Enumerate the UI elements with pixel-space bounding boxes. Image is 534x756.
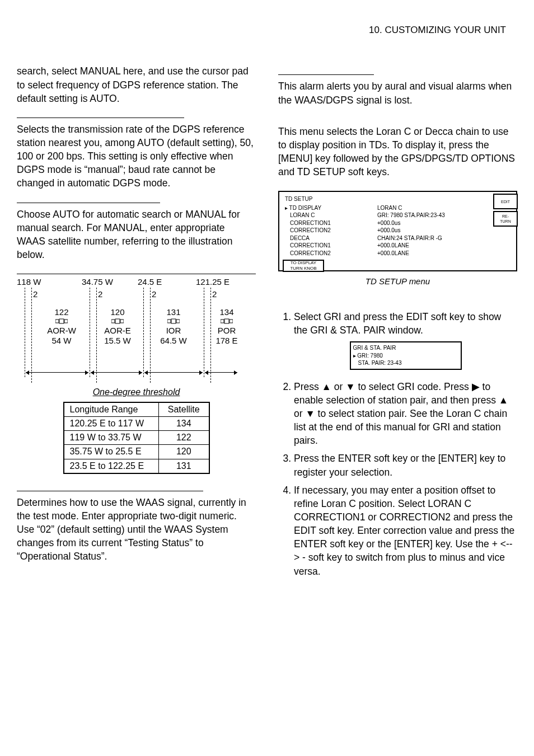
- svg-rect-2: [59, 319, 64, 323]
- svg-rect-0: [55, 320, 59, 323]
- td-row: CORRECTION2+000.0us: [285, 227, 513, 234]
- table-row: 35.75 W to 25.5 E120: [64, 445, 209, 459]
- left-column: search, select MANUAL here, and use the …: [17, 64, 256, 582]
- sat-num-2: 131: [157, 307, 190, 317]
- sat-two-2: 2: [152, 289, 156, 300]
- sat-sub-0: 54 W: [45, 336, 78, 345]
- td-setup-menu: TD SETUP ▸ TD DISPLAYLORAN C LORAN CGRI:…: [278, 191, 517, 271]
- vline-1b: [96, 288, 97, 383]
- sat-block-2: 131 IOR 64.5 W: [157, 307, 190, 345]
- para-correction: Determines how to use the WAAS signal, c…: [17, 496, 256, 564]
- vline-0b: [31, 288, 32, 383]
- table-row: 23.5 E to 122.25 E131: [64, 459, 209, 473]
- edit-softkey[interactable]: EDIT: [493, 194, 518, 209]
- step-3: Press the ENTER soft key or the [ENTER] …: [294, 452, 517, 478]
- sat-num-0: 122: [45, 307, 78, 317]
- vline-3a: [204, 288, 204, 377]
- page-header: 10. CUSTOMIZING YOUR UNIT: [17, 24, 517, 36]
- svg-rect-4: [120, 320, 124, 323]
- vline-0a: [25, 288, 25, 377]
- sat-num-1: 120: [101, 307, 134, 317]
- vline-2b: [150, 288, 151, 383]
- vline-1a: [90, 288, 90, 377]
- para-search-manual: search, select MANUAL here, and use the …: [17, 64, 256, 105]
- vline-2a: [143, 288, 144, 377]
- sep-correction: [17, 491, 203, 491]
- right-column: This alarm alerts you by aural and visua…: [278, 64, 517, 582]
- svg-rect-10: [229, 320, 233, 323]
- sat-label-3: 121.25 E: [196, 276, 229, 288]
- step-1: Select GRI and press the EDIT soft key t…: [294, 310, 517, 370]
- td-row: CORRECTION2+000.0LANE: [285, 250, 513, 257]
- sat-name-0: AOR-W: [45, 326, 78, 335]
- td-side-buttons: EDIT RE- TURN: [493, 194, 518, 227]
- sep-alarm: [278, 74, 374, 75]
- satellite-icon: [111, 318, 124, 325]
- satellite-icon: [55, 318, 68, 325]
- svg-rect-7: [176, 320, 180, 323]
- sep-baud: [17, 118, 184, 118]
- step-4: If necessary, you may enter a position o…: [294, 483, 517, 578]
- td-row: ▸ TD DISPLAYLORAN C: [285, 204, 513, 212]
- td-row: DECCACHAIN:24 STA.PAIR:R -G: [285, 234, 513, 242]
- sat-name-2: IOR: [157, 326, 190, 335]
- td-title: TD SETUP: [285, 195, 513, 203]
- svg-rect-1: [64, 320, 68, 323]
- sat-name-1: AOR-E: [101, 326, 134, 335]
- para-baud-rate: Selects the transmission rate of the DGP…: [17, 123, 256, 190]
- td-row: LORAN CGRI: 7980 STA.PAIR:23-43: [285, 212, 513, 219]
- para-alarm: This alarm alerts you by aural and visua…: [278, 79, 517, 106]
- gri-row: STA. PAIR: 23-43: [353, 359, 458, 367]
- sat-two-3: 2: [212, 289, 217, 300]
- th-satellite: Satellite: [159, 402, 209, 417]
- step-2: Press ▲ or ▼ to select GRI code. Press ▶…: [294, 380, 517, 448]
- bottom-hint: TO DISPLAY TURN KNOB: [283, 260, 324, 272]
- loran-steps: Select GRI and press the EDIT soft key t…: [278, 310, 517, 578]
- satellite-diagram: 118 W 34.75 W 24.5 E 121.25 E 2 2 2 2 12…: [17, 276, 241, 383]
- sat-sub-3: 178 E: [210, 336, 243, 345]
- sat-block-3: 134 POR 178 E: [210, 307, 243, 345]
- return-softkey[interactable]: RE- TURN: [493, 211, 518, 227]
- sat-two-1: 2: [98, 289, 102, 300]
- sep-diagram: [17, 274, 256, 274]
- sat-sub-1: 15.5 W: [101, 336, 134, 345]
- svg-rect-11: [224, 319, 229, 323]
- longitude-table: Longitude Range Satellite 120.25 E to 11…: [63, 402, 210, 473]
- satellite-icon: [221, 318, 233, 325]
- sat-label-0: 118 W: [17, 276, 41, 288]
- sat-label-1: 34.75 W: [82, 276, 113, 288]
- sat-sub-2: 64.5 W: [157, 336, 190, 345]
- th-longitude: Longitude Range: [64, 402, 159, 417]
- svg-rect-8: [171, 319, 176, 323]
- arrow-0: [26, 372, 88, 373]
- sep-waas: [17, 203, 160, 203]
- sat-two-0: 2: [33, 289, 38, 300]
- sat-num-3: 134: [210, 307, 243, 317]
- sat-block-0: 122 AOR-W 54 W: [45, 307, 78, 345]
- svg-rect-5: [115, 319, 120, 323]
- svg-rect-3: [111, 320, 115, 323]
- sat-label-2: 24.5 E: [138, 276, 162, 288]
- gri-row: ▸ GRI: 7980: [353, 352, 458, 360]
- td-row: CORRECTION1+000.0us: [285, 219, 513, 227]
- arrow-1: [91, 372, 142, 373]
- arrow-3: [205, 372, 237, 373]
- satellite-icon: [167, 318, 180, 325]
- sat-name-3: POR: [210, 326, 243, 335]
- arrow-2: [144, 372, 203, 373]
- sat-block-1: 120 AOR-E 15.5 W: [101, 307, 134, 345]
- svg-rect-6: [167, 320, 171, 323]
- gri-title: GRI & STA. PAIR: [353, 344, 458, 352]
- columns: search, select MANUAL here, and use the …: [17, 64, 517, 582]
- td-row: CORRECTION1+000.0LANE: [285, 242, 513, 250]
- td-caption: TD SETUP menu: [278, 276, 517, 288]
- table-row: 119 W to 33.75 W122: [64, 431, 209, 445]
- para-waas-search: Choose AUTO for automatic search or MANU…: [17, 208, 256, 262]
- diagram-caption: One-degree threshold: [17, 386, 256, 398]
- gri-window: GRI & STA. PAIR ▸ GRI: 7980 STA. PAIR: 2…: [350, 341, 462, 370]
- table-row: 120.25 E to 117 W134: [64, 417, 209, 431]
- svg-rect-9: [221, 320, 224, 323]
- para-tdsetup: This menu selects the Loran C or Decca c…: [278, 125, 517, 179]
